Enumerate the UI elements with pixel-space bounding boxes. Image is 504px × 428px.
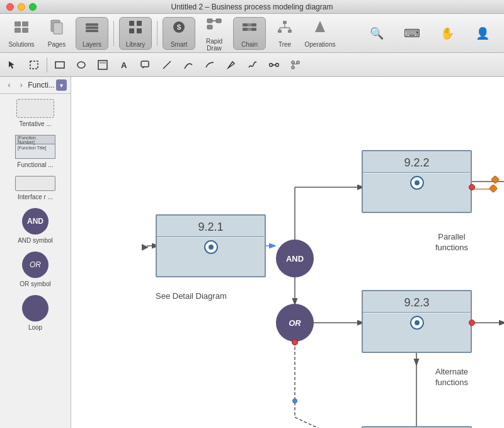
pen-tool[interactable] xyxy=(221,55,241,74)
arc-tool[interactable] xyxy=(200,55,220,74)
diamond-922-top xyxy=(491,175,500,184)
library-button[interactable]: Library xyxy=(119,17,152,50)
interface-label: Interface r ... xyxy=(18,194,53,200)
svg-text:S: S xyxy=(177,24,181,31)
library-icon xyxy=(127,18,144,40)
box-922[interactable]: 9.2.2 xyxy=(362,150,472,213)
svg-rect-24 xyxy=(251,28,256,31)
and-circle-1[interactable]: AND xyxy=(276,240,314,277)
svg-rect-19 xyxy=(243,23,248,26)
functional-label: Functional ... xyxy=(17,161,53,168)
loop-preview xyxy=(22,295,49,321)
svg-rect-2 xyxy=(14,28,21,33)
functional-preview: [Function Number] [Function Title] xyxy=(15,135,55,159)
box-923-target xyxy=(410,316,424,330)
hand-tool-button[interactable]: ✋ xyxy=(431,17,464,50)
pointer-tool-button[interactable]: ⌨ xyxy=(396,17,428,50)
solutions-button[interactable]: Solutions xyxy=(5,17,38,50)
layers-button[interactable]: Layers xyxy=(76,17,108,50)
svg-rect-37 xyxy=(100,62,106,64)
and-shape: AND xyxy=(22,208,49,234)
interface-shape xyxy=(15,176,55,191)
operations-button[interactable]: Operations xyxy=(304,17,336,50)
nav-forward-arrow[interactable]: › xyxy=(16,79,26,91)
callout-tool[interactable] xyxy=(135,55,156,74)
box-922-target xyxy=(410,176,424,190)
svg-rect-34 xyxy=(55,62,64,68)
select-tool[interactable] xyxy=(3,55,23,74)
titlebar: Untitled 2 – Business process modeling d… xyxy=(0,0,504,14)
nav-back-arrow[interactable]: ‹ xyxy=(4,79,14,91)
connector-tool[interactable] xyxy=(264,55,284,74)
tree-button[interactable]: Tree xyxy=(268,17,301,50)
sidebar-items: Tentative ... [Function Number] [Functio… xyxy=(0,94,71,428)
tool-sep-1 xyxy=(47,57,47,72)
freehand-tool[interactable] xyxy=(243,55,263,74)
container-tool[interactable] xyxy=(93,55,113,74)
sidebar-item-interface[interactable]: Interface r ... xyxy=(3,176,68,200)
window-title: Untitled 2 – Business process modeling d… xyxy=(171,3,333,11)
box-923[interactable]: 9.2.3 xyxy=(362,290,472,353)
sidebar-item-functional[interactable]: [Function Number] [Function Title] Funct… xyxy=(3,135,68,168)
sidebar-item-tentative[interactable]: Tentative ... xyxy=(3,99,68,127)
and-label: AND symbol xyxy=(18,237,53,244)
parallel-functions-label: Parallelfunctions xyxy=(435,232,468,253)
svg-rect-5 xyxy=(54,23,62,34)
tree-label: Tree xyxy=(278,41,291,48)
see-detail-label: See Detail Diagram xyxy=(156,291,227,302)
user-button[interactable]: 👤 xyxy=(466,17,499,50)
operations-icon xyxy=(311,18,329,40)
svg-point-45 xyxy=(292,61,295,64)
toolbar-sep-2 xyxy=(157,21,158,46)
svg-text:A: A xyxy=(121,61,127,70)
maximize-button[interactable] xyxy=(29,3,37,11)
library-label: Library xyxy=(126,41,146,48)
sidebar-item-or[interactable]: OR OR symbol xyxy=(3,252,68,287)
svg-rect-23 xyxy=(248,28,251,31)
svg-rect-7 xyxy=(86,26,98,29)
minimize-button[interactable] xyxy=(18,3,25,11)
sidebar-item-loop[interactable]: Loop xyxy=(3,295,68,331)
loop-label: Loop xyxy=(28,324,42,331)
box-922-body xyxy=(363,173,471,192)
svg-rect-39 xyxy=(141,61,149,67)
ellipse-tool[interactable] xyxy=(71,55,91,74)
dot-or1-bottom xyxy=(292,339,298,345)
dot-923-right xyxy=(469,320,475,326)
input-arrow: ▶ xyxy=(142,241,149,252)
nav-dropdown[interactable]: ▾ xyxy=(56,79,67,91)
box-921[interactable]: 9.2.1 xyxy=(156,214,266,277)
text-tool[interactable]: A xyxy=(114,55,134,74)
box-921-title: 9.2.1 xyxy=(157,216,265,236)
alternate-functions-label: Alternatefunctions xyxy=(435,367,468,388)
svg-rect-6 xyxy=(86,23,98,26)
search-button[interactable]: 🔍 xyxy=(360,17,393,50)
line-tool[interactable] xyxy=(157,55,177,74)
svg-rect-10 xyxy=(137,21,142,26)
smart-button[interactable]: S Smart xyxy=(163,17,195,50)
chain-button[interactable]: Chain xyxy=(233,17,266,50)
sidebar: ‹ › Functi... ▾ Tentative ... [Function … xyxy=(0,77,71,428)
pages-button[interactable]: Pages xyxy=(40,17,73,50)
smart-icon: S xyxy=(170,18,188,40)
box-922-title: 9.2.2 xyxy=(363,151,471,172)
user-icon: 👤 xyxy=(476,26,490,40)
sidebar-item-and[interactable]: AND AND symbol xyxy=(3,208,68,244)
more-connectors-tool[interactable] xyxy=(285,55,306,74)
curved-line-tool[interactable] xyxy=(178,55,198,74)
box-921-body xyxy=(157,238,265,257)
box-923-target-inner xyxy=(415,320,420,325)
svg-rect-25 xyxy=(283,21,287,24)
svg-point-35 xyxy=(77,62,85,68)
svg-rect-9 xyxy=(129,21,134,26)
close-button[interactable] xyxy=(6,3,14,11)
canvas[interactable]: ▶ 9.2.1 9.2.2 9.2.3 xyxy=(71,77,504,428)
svg-rect-26 xyxy=(278,30,282,33)
rect-tool[interactable] xyxy=(50,55,70,74)
rapid-draw-button[interactable]: Rapid Draw xyxy=(198,17,231,50)
svg-point-47 xyxy=(292,66,295,69)
diamond-or1-bottom xyxy=(292,398,297,403)
select-box-tool[interactable] xyxy=(24,55,44,74)
or-circle-1[interactable]: OR xyxy=(276,304,314,342)
svg-rect-17 xyxy=(207,25,212,29)
